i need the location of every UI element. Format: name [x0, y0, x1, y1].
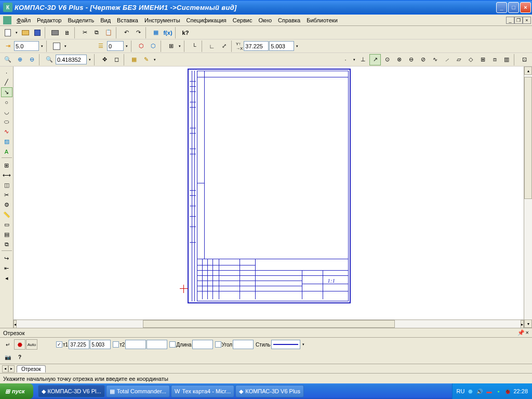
menu-help[interactable]: Справка [275, 16, 303, 24]
new-dropdown[interactable]: ▾ [14, 27, 19, 38]
document-icon[interactable] [3, 16, 11, 24]
group-select-icon[interactable]: ▭ [1, 220, 12, 230]
group-symbols-icon[interactable]: ◫ [1, 180, 12, 190]
x2-input[interactable] [125, 340, 146, 349]
panel-pin-icon[interactable]: 📌 [517, 329, 525, 336]
coord-dropdown[interactable]: ▾ [295, 41, 300, 52]
menu-service[interactable]: Сервис [230, 16, 256, 24]
snap-config-icon[interactable]: ⊡ [518, 54, 530, 65]
snap-perp-icon[interactable]: ⊞ [477, 54, 488, 65]
redraw-dropdown[interactable]: ▾ [152, 54, 157, 65]
t2-checkbox[interactable] [113, 341, 119, 348]
grid-dropdown[interactable]: ▾ [177, 41, 182, 52]
snap-tangent-icon[interactable]: ⊖ [405, 54, 417, 65]
minimize-button[interactable]: _ [496, 2, 507, 13]
group-geometry-icon[interactable]: ⊞ [1, 161, 12, 170]
angle-input[interactable] [233, 340, 254, 349]
stop-button[interactable]: ⬣ [14, 339, 25, 350]
pan-button[interactable]: ✥ [99, 54, 110, 65]
snap-node-icon[interactable]: ⧈ [489, 54, 500, 65]
tool-arc-icon[interactable]: ◡ [1, 107, 12, 117]
length-checkbox[interactable] [169, 341, 176, 348]
menu-libs[interactable]: Библиотеки [303, 16, 341, 24]
snap-ext-icon[interactable]: ▥ [501, 54, 512, 65]
step-input[interactable] [14, 41, 39, 51]
cut-button[interactable]: ✂ [79, 27, 90, 38]
snap-dropdown[interactable]: ▾ [352, 54, 357, 65]
start-button[interactable]: ⊞ пуск [0, 383, 33, 399]
zoom-dropdown[interactable]: ▾ [87, 54, 92, 65]
copy-button[interactable]: ⧉ [91, 27, 102, 38]
print-button[interactable] [49, 27, 61, 38]
vertical-scrollbar[interactable]: ▴ ▾ [524, 66, 532, 328]
tool-spline-icon[interactable]: ∿ [1, 127, 12, 137]
step-dropdown[interactable]: ▾ [39, 41, 45, 52]
state-button[interactable] [51, 41, 62, 52]
tool-segment-icon[interactable]: ↘ [1, 87, 12, 97]
scroll-up-button[interactable]: ▴ [524, 66, 532, 75]
style-combo[interactable] [271, 340, 300, 349]
zoom-out-icon[interactable]: ⊖ [26, 54, 37, 65]
group-measure-icon[interactable]: 📏 [1, 210, 12, 220]
snap-normal-icon[interactable]: ⊘ [417, 54, 429, 65]
variables-button[interactable]: f(x) [162, 27, 174, 38]
tray-shield-icon[interactable]: ⬣ [467, 388, 474, 395]
y1-input[interactable] [90, 340, 111, 349]
tray-av-icon[interactable]: ▬ [485, 388, 493, 395]
zoom-window-button[interactable]: ◻ [111, 54, 122, 65]
zoom-fit-icon[interactable]: 🔍 [2, 54, 14, 65]
ortho-button[interactable]: └ [189, 41, 200, 52]
mdi-restore[interactable]: ❐ [514, 17, 523, 24]
paste-button[interactable]: 📋 [103, 27, 114, 38]
snap-toggle-on[interactable]: ⬡ [136, 41, 147, 52]
snap-angle-icon[interactable]: ⟋ [441, 54, 453, 65]
task-word[interactable]: WТех карта4 - Micr... [171, 385, 234, 397]
exit-icon[interactable]: ⇤ [1, 263, 12, 273]
tool-circle-icon[interactable]: ○ [1, 97, 12, 107]
group-spec-icon[interactable]: ▤ [1, 230, 12, 240]
group-edit-icon[interactable]: ✂ [1, 190, 12, 200]
coord-x-input[interactable] [244, 41, 269, 51]
panel-close-icon[interactable]: × [526, 329, 529, 336]
tab-segment[interactable]: Отрезок [17, 365, 46, 373]
refresh-button[interactable]: ▦ [128, 54, 140, 65]
angle-checkbox[interactable] [215, 341, 221, 348]
horizontal-scrollbar[interactable]: ◂ ▸ [14, 320, 524, 328]
tool-point-icon[interactable]: · [1, 68, 12, 77]
step-icon[interactable]: ⇥ [2, 41, 14, 52]
snap-end-icon[interactable]: ◇ [465, 54, 476, 65]
menu-insert[interactable]: Вставка [114, 16, 141, 24]
zoom-input[interactable] [56, 55, 87, 64]
menu-file[interactable]: Файл [14, 16, 34, 24]
snap-nearest-icon[interactable]: ⊥ [357, 54, 369, 65]
redraw-button[interactable]: ✎ [140, 54, 152, 65]
mdi-minimize[interactable]: _ [506, 17, 514, 24]
y2-input[interactable] [147, 340, 167, 349]
snap-parallel-icon[interactable]: ▱ [453, 54, 464, 65]
snap-grid-icon[interactable]: ∿ [429, 54, 441, 65]
layer-input[interactable] [107, 41, 124, 51]
task-kompas-1[interactable]: ◆КОМПАС-3D V6 Pl... [38, 385, 105, 397]
snap-center-icon[interactable]: ⊙ [381, 54, 393, 65]
print-preview-button[interactable]: 🗎 [61, 27, 73, 38]
snap-intersect-icon[interactable]: ⊗ [393, 54, 405, 65]
group-params-icon[interactable]: ⚙ [1, 200, 12, 210]
zoom-in-icon[interactable]: ⊕ [14, 54, 25, 65]
tool-aux-line-icon[interactable]: ╱ [1, 77, 12, 87]
expand-icon[interactable]: ◂ [1, 273, 12, 283]
group-dimensions-icon[interactable]: ⟷ [1, 170, 12, 180]
menu-window[interactable]: Окно [255, 16, 275, 24]
menu-select[interactable]: Выделить [64, 16, 97, 24]
redo-button[interactable]: ↷ [132, 27, 144, 38]
tool-ellipse-icon[interactable]: ⬭ [1, 117, 12, 127]
undo-button[interactable]: ↶ [121, 27, 132, 38]
tray-network-icon[interactable]: ▪ [495, 388, 502, 395]
insert-icon[interactable]: ↪ [1, 254, 12, 263]
task-kompas-2[interactable]: ◆КОМПАС-3D V6 Plus [235, 385, 304, 397]
tab-prev-button[interactable]: ◂ [2, 365, 8, 373]
style-dropdown[interactable]: ▾ [301, 339, 306, 350]
grid-button[interactable]: ⊞ [165, 41, 177, 52]
help-button[interactable]: k? [180, 27, 191, 38]
new-button[interactable] [2, 27, 14, 38]
properties-button[interactable]: ▦ [150, 27, 162, 38]
